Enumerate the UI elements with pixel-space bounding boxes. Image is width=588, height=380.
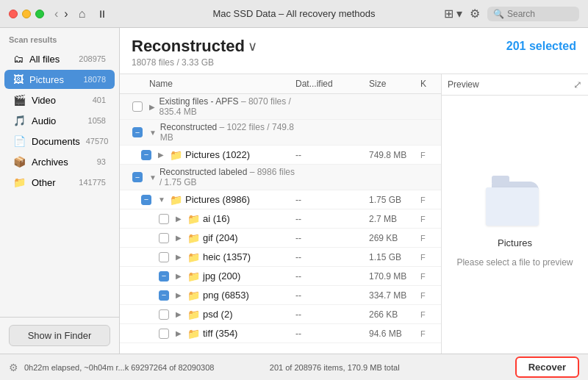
ai-size: 2.7 MB xyxy=(369,214,420,224)
existing-checkbox[interactable] xyxy=(126,101,149,112)
sidebar-item-archives[interactable]: 📦 Archives 93 xyxy=(4,152,115,171)
jpg-label: jpg (200) xyxy=(203,270,240,282)
preview-header: Preview ⤢ xyxy=(442,74,588,96)
tiff-arrow[interactable]: ▶ xyxy=(176,329,184,337)
png-check[interactable] xyxy=(159,290,169,301)
row-ai[interactable]: ▶ 📁 ai (16) -- 2.7 MB F xyxy=(120,209,441,229)
pause-button[interactable]: ⏸ xyxy=(97,8,107,20)
video-icon: 🎬 xyxy=(13,94,26,106)
row-pictures-8986[interactable]: ▼ 📁 Pictures (8986) -- 1.75 GB F xyxy=(120,190,441,209)
row-tiff[interactable]: ▶ 📁 tiff (354) -- 94.6 MB F xyxy=(120,324,441,343)
group-reconstructed[interactable]: ▼ Reconstructed – 1022 files / 749.8 MB xyxy=(120,120,441,146)
existing-expand-arrow[interactable]: ▶ xyxy=(149,103,157,111)
sidebar-item-other[interactable]: 📁 Other 141775 xyxy=(4,173,115,192)
all-files-icon: 🗂 xyxy=(13,53,24,65)
recon-check[interactable] xyxy=(132,127,143,137)
header-date[interactable]: Dat...ified xyxy=(295,79,369,89)
heic-size: 1.15 GB xyxy=(369,252,420,262)
group-reconstructed-labeled[interactable]: ▼ Reconstructed labeled – 8986 files / 1… xyxy=(120,165,441,190)
sidebar-label-all-files: All files xyxy=(29,54,73,65)
jpg-date: -- xyxy=(295,271,369,282)
ai-check[interactable] xyxy=(159,214,169,224)
jpg-check[interactable] xyxy=(159,271,169,282)
p8986-check[interactable] xyxy=(141,195,151,205)
psd-kind: F xyxy=(420,310,435,319)
show-in-finder-button[interactable]: Show in Finder xyxy=(9,325,110,346)
recon-expand-arrow[interactable]: ▼ xyxy=(149,129,157,137)
preview-expand-button[interactable]: ⤢ xyxy=(573,79,582,90)
ai-label: ai (16) xyxy=(203,213,230,224)
gif-checkbox[interactable] xyxy=(152,233,176,243)
group-existing-files[interactable]: ▶ Existing files - APFS – 8070 files / 8… xyxy=(120,94,441,120)
psd-arrow[interactable]: ▶ xyxy=(176,310,184,318)
p8986-checkbox[interactable] xyxy=(135,195,158,205)
view-toggle-button[interactable]: ⊞ ▾ xyxy=(444,7,462,21)
row-gif[interactable]: ▶ 📁 gif (204) -- 269 KB F xyxy=(120,229,441,248)
filter-button[interactable]: ⚙ xyxy=(470,7,480,21)
p1022-size: 749.8 MB xyxy=(369,150,420,160)
gif-name: ▶ 📁 gif (204) xyxy=(176,232,295,244)
psd-checkbox[interactable] xyxy=(152,309,176,320)
heic-arrow[interactable]: ▶ xyxy=(176,253,184,261)
sidebar-count-pictures: 18078 xyxy=(83,75,106,84)
gif-arrow[interactable]: ▶ xyxy=(176,234,184,242)
heic-checkbox[interactable] xyxy=(152,252,176,262)
row-psd[interactable]: ▶ 📁 psd (2) -- 266 KB F xyxy=(120,305,441,324)
jpg-arrow[interactable]: ▶ xyxy=(176,272,184,280)
tiff-name: ▶ 📁 tiff (354) xyxy=(176,328,295,340)
row-png[interactable]: ▶ 📁 png (6853) -- 334.7 MB F xyxy=(120,286,441,305)
preview-hint: Please select a file to preview xyxy=(456,257,573,268)
tiff-checkbox[interactable] xyxy=(152,329,176,339)
reclbl-expand-arrow[interactable]: ▼ xyxy=(149,173,157,182)
psd-check[interactable] xyxy=(159,309,169,320)
window-title: Mac SSD Data – All recovery methods xyxy=(212,8,375,19)
recover-button[interactable]: Recover xyxy=(515,356,579,378)
search-icon: 🔍 xyxy=(493,9,504,19)
p1022-arrow[interactable]: ▶ xyxy=(158,151,167,159)
gif-check[interactable] xyxy=(159,233,169,243)
reclbl-check[interactable] xyxy=(132,172,143,182)
png-kind: F xyxy=(420,291,435,300)
p1022-date: -- xyxy=(295,150,369,160)
sidebar-item-pictures[interactable]: 🖼 Pictures 18078 xyxy=(4,70,115,89)
search-box: 🔍 xyxy=(487,7,579,21)
row-pictures-1022[interactable]: ▶ 📁 Pictures (1022) -- 749.8 MB F xyxy=(120,146,441,165)
png-checkbox[interactable] xyxy=(152,290,176,301)
p1022-checkbox[interactable] xyxy=(135,150,158,160)
reclbl-checkbox[interactable] xyxy=(126,172,149,182)
ai-checkbox[interactable] xyxy=(152,214,176,224)
home-button[interactable]: ⌂ xyxy=(79,7,86,21)
sidebar-item-video[interactable]: 🎬 Video 401 xyxy=(4,90,115,110)
close-button[interactable] xyxy=(9,10,18,18)
png-arrow[interactable]: ▶ xyxy=(176,291,184,299)
jpg-size: 170.9 MB xyxy=(369,271,420,282)
back-button[interactable]: ‹ xyxy=(53,7,60,21)
preview-filename: Pictures xyxy=(498,237,532,248)
existing-check[interactable] xyxy=(132,101,143,112)
sidebar-item-documents[interactable]: 📄 Documents 47570 xyxy=(4,132,115,151)
folder-front-layer xyxy=(486,187,539,226)
p8986-arrow[interactable]: ▼ xyxy=(158,196,167,204)
sidebar-item-audio[interactable]: 🎵 Audio 1058 xyxy=(4,111,115,130)
title-dropdown-arrow[interactable]: ∨ xyxy=(248,38,257,54)
ai-arrow[interactable]: ▶ xyxy=(176,215,184,223)
tiff-check[interactable] xyxy=(159,329,169,339)
minimize-button[interactable] xyxy=(22,10,31,18)
row-heic[interactable]: ▶ 📁 heic (1357) -- 1.15 GB F xyxy=(120,248,441,267)
heic-check[interactable] xyxy=(159,252,169,262)
header-name[interactable]: Name xyxy=(149,79,295,89)
forward-button[interactable]: › xyxy=(62,7,69,21)
maximize-button[interactable] xyxy=(35,10,44,18)
header-size[interactable]: Size xyxy=(369,79,420,89)
sidebar-count-documents: 47570 xyxy=(86,137,109,146)
row-jpg[interactable]: ▶ 📁 jpg (200) -- 170.9 MB F xyxy=(120,267,441,286)
recon-checkbox[interactable] xyxy=(126,127,149,137)
p1022-check[interactable] xyxy=(141,150,151,160)
png-date: -- xyxy=(295,290,369,301)
sidebar-item-all-files[interactable]: 🗂 All files 208975 xyxy=(4,49,115,68)
search-input[interactable] xyxy=(507,9,573,19)
jpg-name: ▶ 📁 jpg (200) xyxy=(176,270,295,282)
p1022-kind: F xyxy=(420,151,435,159)
other-icon: 📁 xyxy=(13,176,26,188)
jpg-checkbox[interactable] xyxy=(152,271,176,282)
